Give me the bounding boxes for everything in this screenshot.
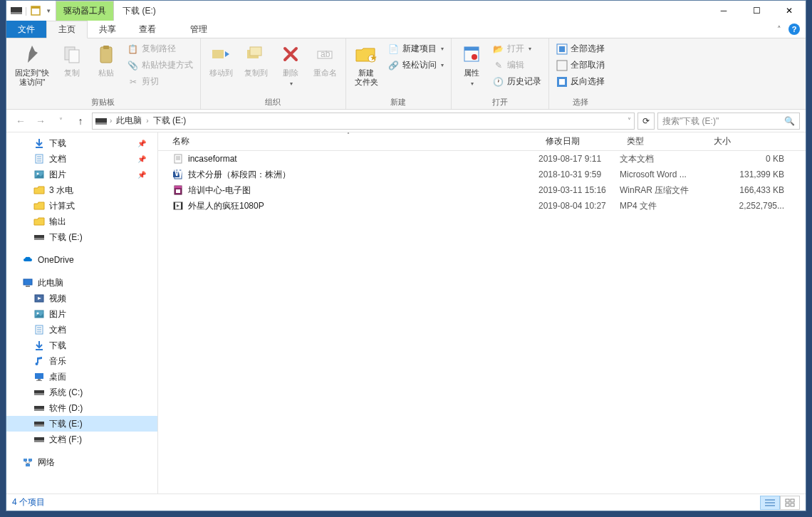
nav-up-button[interactable]: ↑: [72, 113, 89, 130]
copy-to-button[interactable]: 复制到: [240, 41, 272, 79]
nav-thispc-item[interactable]: 文档: [6, 322, 157, 338]
view-details-button[interactable]: [760, 496, 780, 510]
nav-thispc-item[interactable]: 文档 (F:): [6, 432, 157, 447]
copy-path-button[interactable]: 📋复制路径: [125, 41, 196, 56]
paste-button[interactable]: 粘贴: [90, 41, 122, 79]
view-large-icons-button[interactable]: [780, 496, 800, 510]
qat-dropdown-icon[interactable]: ▼: [46, 8, 51, 14]
nav-thispc-item[interactable]: 桌面: [6, 369, 157, 385]
invert-selection-button[interactable]: 反向选择: [553, 74, 608, 89]
chevron-right-icon[interactable]: ›: [110, 117, 112, 125]
nav-thispc-item[interactable]: 图片: [6, 306, 157, 322]
open-button[interactable]: 📂打开▾: [490, 41, 544, 56]
pin-to-quick-access-button[interactable]: 固定到"快 速访问": [11, 41, 53, 88]
paste-icon: [95, 43, 118, 66]
refresh-button[interactable]: ⟳: [637, 113, 655, 130]
nav-quick-item[interactable]: 下载📌: [6, 135, 157, 151]
nav-thispc-item[interactable]: 系统 (C:): [6, 385, 157, 400]
file-list[interactable]: incaseformat 2019-08-17 9:11 文本文档 0 KB W…: [158, 151, 806, 494]
file-row[interactable]: W技术分册（标段四：株洲） 2018-10-31 9:59 Microsoft …: [158, 167, 806, 182]
contextual-tab-drive-tools[interactable]: 驱动器工具: [56, 1, 114, 21]
search-box[interactable]: 🔍: [657, 113, 800, 130]
file-size: 131,399 KB: [707, 169, 806, 179]
move-to-button[interactable]: 移动到: [205, 41, 237, 79]
select-none-button[interactable]: 全部取消: [553, 58, 608, 73]
easy-access-button[interactable]: 🔗轻松访问▾: [385, 58, 447, 73]
file-row[interactable]: 培训中心-电子图 2019-03-11 15:16 WinRAR 压缩文件 16…: [158, 182, 806, 198]
nav-quick-item[interactable]: 计算式: [6, 198, 157, 214]
ribbon-collapse-icon[interactable]: ˄: [777, 25, 781, 34]
svg-point-44: [36, 362, 38, 365]
svg-rect-7: [103, 46, 109, 49]
window-title: 下载 (E:): [114, 1, 165, 21]
nav-quick-item[interactable]: 图片📌: [6, 167, 157, 182]
copy-icon: [61, 43, 83, 66]
tab-view[interactable]: 查看: [127, 21, 167, 38]
svg-rect-47: [36, 380, 42, 381]
maximize-button[interactable]: ☐: [740, 1, 773, 21]
nav-thispc-item[interactable]: 音乐: [6, 353, 157, 369]
search-icon[interactable]: 🔍: [784, 116, 795, 126]
address-bar[interactable]: › 此电脑 › 下载 (E:) ˅: [92, 113, 635, 130]
nav-recent-dropdown[interactable]: ˅: [52, 113, 69, 130]
nav-network[interactable]: 网络: [6, 454, 157, 470]
nav-thispc-item[interactable]: 软件 (D:): [6, 400, 157, 416]
tab-share[interactable]: 共享: [88, 21, 127, 38]
nav-item-label: 输出: [49, 216, 66, 228]
header-type[interactable]: 类型: [620, 132, 707, 150]
new-item-button[interactable]: 📄新建项目▾: [385, 41, 447, 56]
svg-rect-53: [34, 424, 44, 427]
explorer-window: | ▼ 驱动器工具 下载 (E:) ─ ☐ ✕ 文件 主页 共享 查看 管理 ˄…: [6, 0, 806, 511]
breadcrumb-item[interactable]: 此电脑: [115, 115, 143, 127]
nav-item-label: 下载: [49, 137, 66, 150]
file-row[interactable]: incaseformat 2019-08-17 9:11 文本文档 0 KB: [158, 151, 806, 167]
header-size[interactable]: 大小: [707, 132, 806, 150]
tab-home[interactable]: 主页: [46, 21, 88, 38]
nav-back-button[interactable]: ←: [12, 113, 29, 130]
select-all-button[interactable]: 全部选择: [553, 41, 608, 56]
edit-button[interactable]: ✎编辑: [490, 58, 544, 73]
history-button[interactable]: 🕐历史记录: [490, 74, 544, 89]
nav-quick-item[interactable]: 输出: [6, 214, 157, 229]
new-folder-button[interactable]: ★ 新建 文件夹: [350, 41, 382, 88]
nav-quick-item[interactable]: 文档📌: [6, 151, 157, 167]
nav-thispc-item[interactable]: 视频: [6, 291, 157, 306]
nav-thispc[interactable]: 此电脑: [6, 275, 157, 291]
svg-rect-5: [69, 50, 79, 63]
navigation-pane[interactable]: 下载📌文档📌图片📌3 水电计算式输出下载 (E:)OneDrive此电脑视频图片…: [6, 132, 158, 494]
nav-thispc-item[interactable]: 下载: [6, 338, 157, 353]
file-size: 0 KB: [707, 154, 806, 164]
svg-rect-58: [26, 464, 30, 466]
tab-manage[interactable]: 管理: [179, 21, 219, 38]
mp4-icon: [172, 200, 184, 212]
svg-rect-8: [212, 50, 224, 58]
cut-button[interactable]: ✂剪切: [125, 74, 196, 89]
nav-quick-item[interactable]: 3 水电: [6, 182, 157, 198]
file-row[interactable]: 外星人的疯狂1080P 2019-08-04 10:27 MP4 文件 2,25…: [158, 198, 806, 214]
minimize-button[interactable]: ─: [707, 1, 740, 21]
svg-rect-73: [181, 202, 182, 209]
nav-onedrive[interactable]: OneDrive: [6, 252, 157, 268]
search-input[interactable]: [662, 116, 784, 126]
file-date: 2019-08-17 9:11: [538, 154, 620, 164]
nav-quick-item[interactable]: 下载 (E:): [6, 229, 157, 245]
drive-icon: [33, 387, 45, 398]
rename-button[interactable]: ab 重命名: [309, 41, 341, 79]
status-item-count: 4 个项目: [12, 496, 45, 508]
nav-forward-button[interactable]: →: [32, 113, 49, 130]
help-icon[interactable]: ?: [788, 24, 800, 35]
chevron-right-icon[interactable]: ›: [146, 117, 148, 125]
delete-button[interactable]: 删除▾: [275, 41, 306, 88]
address-dropdown-icon[interactable]: ˅: [628, 117, 631, 125]
music-icon: [33, 355, 45, 367]
paste-shortcut-button[interactable]: 📎粘贴快捷方式: [125, 58, 196, 73]
nav-thispc-item[interactable]: 下载 (E:): [6, 416, 157, 432]
tab-file[interactable]: 文件: [6, 21, 46, 38]
close-button[interactable]: ✕: [773, 1, 806, 21]
copy-button[interactable]: 复制: [56, 41, 88, 79]
header-date[interactable]: 修改日期: [538, 132, 620, 150]
txt-icon: [172, 153, 184, 164]
properties-button[interactable]: 属性▾: [456, 41, 487, 88]
qat-props-icon[interactable]: [30, 5, 41, 16]
breadcrumb-item[interactable]: 下载 (E:): [152, 115, 188, 127]
